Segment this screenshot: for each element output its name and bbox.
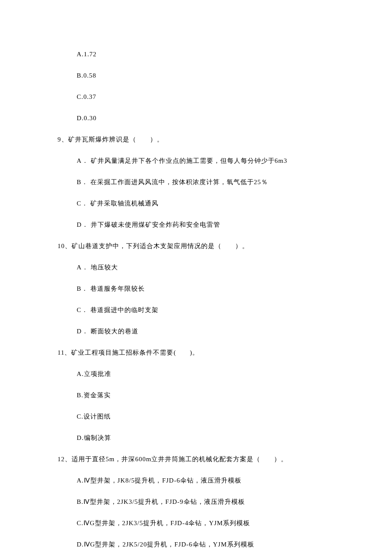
q9-option-c: C． 矿井采取轴流机械通风 <box>77 198 334 208</box>
q10-option-a: A． 地压较大 <box>77 262 334 272</box>
q12-stem: 12、适用于直径5m，井深600m立井井筒施工的机械化配套方案是（ ）。 <box>58 454 334 464</box>
q9-option-d: D． 井下爆破未使用煤矿安全炸药和安全电雷管 <box>77 220 334 230</box>
q12-option-a: A.Ⅳ型井架，JK8/5提升机，FJD‐6伞钻，液压滑升模板 <box>77 475 334 486</box>
q8-option-b: B.0.58 <box>77 70 334 81</box>
q11-option-a: A.立项批准 <box>77 369 334 379</box>
q8-option-d: D.0.30 <box>77 113 334 123</box>
q10-option-b: B． 巷道服务年限较长 <box>77 283 334 294</box>
q11-option-c: C.设计图纸 <box>77 411 334 422</box>
document-content: A.1.72 B.0.58 C.0.37 D.0.30 9、矿井瓦斯爆炸辨识是（… <box>0 0 392 555</box>
q12-option-d: D.ⅣG型井架，2JK5/20提升机，FJD‐6伞钻，YJM系列模板 <box>77 539 334 549</box>
q8-option-c: C.0.37 <box>77 92 334 102</box>
q12-option-b: B.Ⅳ型井架，2JK3/5提升机，FJD‐9伞钻，液压滑升模板 <box>77 497 334 507</box>
q9-option-a: A． 矿井风量满足井下各个作业点的施工需要，但每人每分钟少于6m3 <box>77 156 334 166</box>
q9-option-b: B． 在采掘工作面进风风流中，按体积浓度计算，氧气低于25％ <box>77 177 334 187</box>
q10-option-c: C． 巷道掘进中的临时支架 <box>77 305 334 315</box>
q10-stem: 10、矿山巷道支护中，下列适合木支架应用情况的是（ ）。 <box>58 241 334 251</box>
q12-option-c: C.ⅣG型井架，2JK3/5提升机，FJD‐4伞钻，YJM系列模板 <box>77 518 334 528</box>
q8-option-a: A.1.72 <box>77 49 334 59</box>
q11-stem: 11、矿业工程项目施工招标条件不需要( )。 <box>58 347 334 358</box>
q10-option-d: D． 断面较大的巷道 <box>77 326 334 336</box>
q11-option-b: B.资金落实 <box>77 390 334 400</box>
q9-stem: 9、矿井瓦斯爆炸辨识是（ ）。 <box>58 134 334 145</box>
q11-option-d: D.编制决算 <box>77 433 334 443</box>
